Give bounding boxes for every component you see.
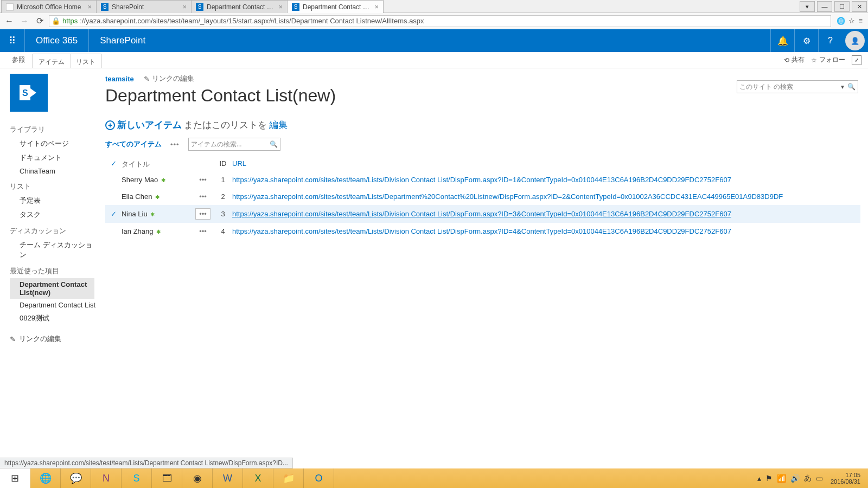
edit-links[interactable]: ✎リンクの編集 [10, 334, 99, 344]
ribbon: 参照 アイテム リスト ⟲共有 ☆フォロー ⤢ [0, 52, 868, 68]
find-item-input[interactable]: アイテムの検索... 🔍 [188, 138, 280, 151]
taskbar-ie[interactable]: 🌐 [30, 468, 61, 488]
new-item-link[interactable]: 新しいアイテム [117, 119, 182, 131]
col-id[interactable]: ID [214, 159, 232, 169]
sharepoint-icon: S [196, 3, 203, 11]
tab-close-icon[interactable]: × [87, 3, 92, 11]
search-icon[interactable]: 🔍 [270, 140, 278, 148]
tab-close-icon[interactable]: × [278, 3, 283, 11]
window-close[interactable]: ✕ [852, 1, 867, 12]
col-select[interactable]: ✓ [105, 159, 122, 169]
breadcrumb-site[interactable]: teamsite [105, 75, 134, 83]
plus-circle-icon[interactable]: + [105, 120, 115, 130]
tray-action-icon[interactable]: ▭ [816, 474, 823, 483]
taskbar-skype2[interactable]: S [122, 468, 152, 488]
app-launcher-icon[interactable]: ⠿ [0, 29, 25, 52]
help-icon[interactable]: ? [818, 29, 842, 52]
suite-app[interactable]: SharePoint [89, 29, 156, 52]
row-menu[interactable]: ••• [192, 208, 214, 220]
browser-tab[interactable]: OMicrosoft Office Home× [1, 0, 97, 13]
row-url[interactable]: https://yaza.sharepoint.com/sites/test/t… [232, 176, 860, 184]
view-menu-ellipsis-icon[interactable]: ••• [170, 140, 180, 149]
chrome-menu-icon[interactable]: ≡ [858, 17, 863, 25]
settings-gear-icon[interactable]: ⚙ [794, 29, 818, 52]
site-search-input[interactable]: このサイト の検索 ▾ 🔍 [737, 80, 858, 93]
tray-ime-icon[interactable]: あ [804, 473, 812, 483]
site-logo[interactable]: S [10, 74, 48, 112]
table-row[interactable]: Sherry Mao ✱•••1https://yaza.sharepoint.… [105, 171, 860, 188]
browser-tab[interactable]: SDepartment Contact List(n× [287, 0, 384, 13]
breadcrumb-edit-links[interactable]: ✎リンクの編集 [144, 74, 194, 84]
row-title[interactable]: Sherry Mao ✱ [122, 176, 192, 184]
nav-link[interactable]: Department Contact List [10, 299, 99, 311]
notifications-icon[interactable]: 🔔 [770, 29, 794, 52]
focus-content-icon[interactable]: ⤢ [852, 55, 861, 65]
ellipsis-icon[interactable]: ••• [196, 191, 210, 202]
row-menu[interactable]: ••• [192, 226, 214, 236]
edit-list-link[interactable]: 編集 [269, 119, 288, 131]
tray-network-icon[interactable]: 📶 [777, 474, 786, 483]
ribbon-tab-list[interactable]: リスト [71, 54, 101, 68]
nav-link[interactable]: チーム ディスカッション [10, 238, 99, 262]
col-url[interactable]: URL [232, 159, 860, 169]
ellipsis-icon[interactable]: ••• [196, 175, 210, 185]
row-url[interactable]: https://yaza.sharepoint.com/sites/test/t… [232, 227, 860, 235]
address-bar[interactable]: 🔒 https ://yaza.sharepoint.com/sites/tes… [49, 15, 831, 27]
ellipsis-icon[interactable]: ••• [195, 208, 210, 220]
taskbar-skype[interactable]: 💬 [61, 468, 91, 488]
ribbon-tab-browse[interactable]: 参照 [7, 52, 30, 68]
browser-tab[interactable]: SDepartment Contact List(× [191, 0, 288, 13]
tab-close-icon[interactable]: × [374, 3, 379, 11]
search-icon[interactable]: 🔍 [847, 83, 856, 91]
tray-flag-icon[interactable]: ⚑ [765, 474, 773, 483]
current-view[interactable]: すべてのアイテム [105, 139, 162, 149]
browser-tab[interactable]: SSharePoint× [96, 0, 192, 13]
taskbar-clock[interactable]: 17:05 2016/08/31 [827, 472, 864, 485]
tray-volume-icon[interactable]: 🔊 [790, 474, 800, 483]
taskbar-app[interactable]: 🗔 [152, 468, 182, 488]
nav-link[interactable]: タスク [10, 208, 99, 222]
nav-link[interactable]: ドキュメント [10, 151, 99, 165]
start-button[interactable]: ⊞ [0, 468, 30, 488]
row-title[interactable]: Ian Zhang ✱ [122, 227, 192, 235]
taskbar-chrome[interactable]: ◉ [182, 468, 213, 488]
taskbar-excel[interactable]: X [243, 468, 273, 488]
col-title[interactable]: タイトル [122, 159, 192, 169]
row-title[interactable]: Ella Chen ✱ [122, 192, 192, 201]
row-url[interactable]: https://yaza.sharepoint.com/sites/test/t… [232, 210, 860, 218]
nav-link[interactable]: Department Contact List(new) [10, 278, 94, 299]
window-maximize[interactable]: ☐ [834, 1, 850, 12]
window-user-icon[interactable]: ▾ [800, 1, 815, 12]
user-avatar[interactable]: 👤 [845, 31, 865, 50]
ellipsis-icon[interactable]: ••• [196, 226, 210, 236]
nav-link[interactable]: 予定表 [10, 194, 99, 208]
row-title[interactable]: Nina Liu ✱ [122, 210, 192, 218]
taskbar-outlook[interactable]: O [304, 468, 334, 488]
row-menu[interactable]: ••• [192, 191, 214, 202]
tray-up-icon[interactable]: ▴ [757, 474, 761, 483]
forward-button[interactable]: → [18, 15, 30, 27]
row-checkbox[interactable]: ✓ [105, 210, 122, 218]
taskbar-explorer[interactable]: 📁 [273, 468, 304, 488]
row-menu[interactable]: ••• [192, 175, 214, 185]
taskbar-onenote[interactable]: N [91, 468, 122, 488]
taskbar-word[interactable]: W [213, 468, 243, 488]
translate-icon[interactable]: 🌐 [837, 17, 845, 25]
table-row[interactable]: Ella Chen ✱•••2https://yaza.sharepoint.c… [105, 188, 860, 205]
ribbon-tab-items[interactable]: アイテム [33, 54, 71, 68]
chevron-down-icon[interactable]: ▾ [841, 83, 847, 91]
reload-button[interactable]: ⟳ [34, 15, 46, 27]
suite-brand[interactable]: Office 365 [25, 29, 89, 52]
row-url[interactable]: https://yaza.sharepoint.com/sites/test/t… [232, 192, 860, 201]
sync-action[interactable]: ⟲共有 [784, 55, 805, 65]
table-row[interactable]: ✓Nina Liu ✱•••3https://yaza.sharepoint.c… [105, 205, 860, 223]
bookmark-star-icon[interactable]: ☆ [848, 17, 855, 25]
nav-link[interactable]: サイトのページ [10, 137, 99, 151]
window-minimize[interactable]: — [817, 1, 832, 12]
follow-action[interactable]: ☆フォロー [811, 55, 845, 65]
nav-link[interactable]: 0829测试 [10, 311, 99, 325]
table-row[interactable]: Ian Zhang ✱•••4https://yaza.sharepoint.c… [105, 223, 860, 240]
tab-close-icon[interactable]: × [182, 3, 187, 11]
back-button[interactable]: ← [3, 15, 15, 27]
nav-link[interactable]: ChinaTeam [10, 165, 99, 177]
